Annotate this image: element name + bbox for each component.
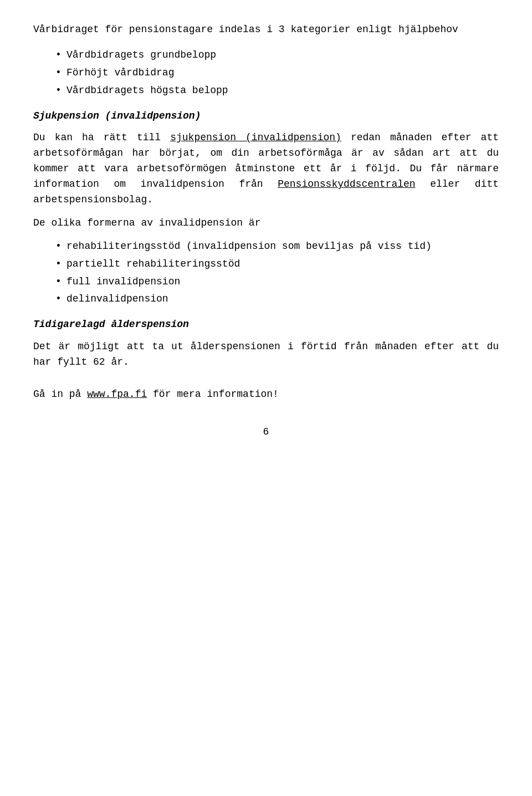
- intro-paragraph: Vårbidraget för pensionstagare indelas i…: [33, 22, 499, 38]
- tidigarelagd-section: Tidigarelagd ålderspension Det är möjlig…: [33, 317, 499, 370]
- list-item: Förhöjt vårdbidrag: [55, 65, 499, 81]
- list-item: rehabiliteringsstöd (invalidpension som …: [55, 239, 499, 254]
- invalidpension-intro: De olika formerna av invalidpension är: [33, 216, 499, 231]
- page-number-area: 6: [33, 425, 499, 440]
- list-item: Vårdbidragets högsta belopp: [55, 83, 499, 99]
- tidigarelagd-heading: Tidigarelagd ålderspension: [33, 317, 499, 333]
- vardbidraget-list: Vårdbidragets grundbelopp Förhöjt vårdbi…: [55, 48, 499, 99]
- sjukpension-link[interactable]: sjukpension (invalidpension): [170, 132, 341, 143]
- list-item: delinvalidpension: [55, 292, 499, 307]
- sjukpension-heading: Sjukpension (invalidpension): [33, 109, 499, 124]
- page-number: 6: [263, 426, 269, 437]
- bottom-paragraph: Gå in på www.fpa.fi för mera information…: [33, 387, 499, 402]
- list-item: partiellt rehabiliteringsstöd: [55, 257, 499, 272]
- list-item: Vårdbidragets grundbelopp: [55, 48, 499, 63]
- sjukpension-section: Sjukpension (invalidpension) Du kan ha r…: [33, 109, 499, 308]
- invalidpension-list: rehabiliteringsstöd (invalidpension som …: [55, 239, 499, 308]
- bottom-line: Gå in på www.fpa.fi för mera information…: [33, 387, 499, 402]
- list-item: full invalidpension: [55, 274, 499, 290]
- fpa-link[interactable]: www.fpa.fi: [87, 389, 147, 400]
- page-content: Vårbidraget för pensionstagare indelas i…: [33, 22, 499, 440]
- tidigarelagd-paragraph: Det är möjligt att ta ut ålderspensionen…: [33, 339, 499, 370]
- sjukpension-paragraph: Du kan ha rätt till sjukpension (invalid…: [33, 130, 499, 207]
- pensionsskyddscentralen-link[interactable]: Pensionsskyddscentralen: [278, 178, 415, 190]
